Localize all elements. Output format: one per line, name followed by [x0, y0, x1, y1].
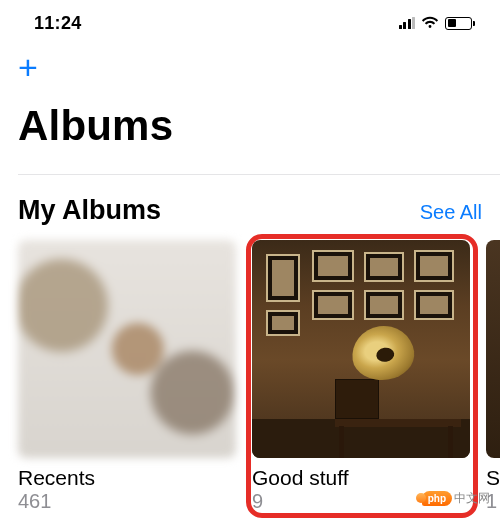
see-all-link[interactable]: See All	[420, 201, 482, 224]
header: + Albums	[0, 40, 500, 158]
watermark-badge: php	[422, 491, 452, 506]
status-icons	[399, 16, 473, 30]
album-recents[interactable]: Recents 461	[18, 240, 236, 513]
wifi-icon	[421, 16, 439, 30]
album-good-stuff[interactable]: Good stuff 9	[252, 240, 470, 513]
status-time: 11:24	[34, 13, 82, 34]
page-title: Albums	[18, 102, 482, 150]
watermark-text: 中文网	[454, 490, 490, 507]
album-name: S	[486, 466, 500, 490]
watermark: php 中文网	[422, 490, 490, 507]
add-button[interactable]: +	[18, 50, 50, 84]
album-name: Recents	[18, 466, 236, 490]
album-name: Good stuff	[252, 466, 470, 490]
battery-icon	[445, 17, 472, 30]
status-bar: 11:24	[0, 0, 500, 40]
albums-row: Recents 461 Good stuff 9 S 1	[0, 240, 500, 513]
album-count: 461	[18, 490, 236, 513]
cellular-signal-icon	[399, 17, 416, 29]
section-title: My Albums	[18, 195, 161, 226]
section-header: My Albums See All	[0, 175, 500, 240]
album-thumbnail[interactable]	[18, 240, 236, 458]
album-partial[interactable]: S 1	[486, 240, 500, 513]
album-thumbnail[interactable]	[486, 240, 500, 458]
album-thumbnail[interactable]	[252, 240, 470, 458]
